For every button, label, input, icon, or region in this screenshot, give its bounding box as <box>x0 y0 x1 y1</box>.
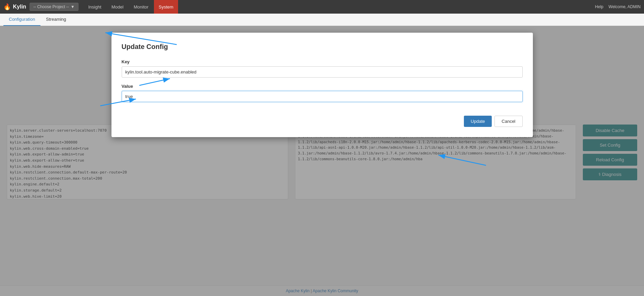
brand: 🔥 Kylin <box>3 3 26 11</box>
flame-icon: 🔥 <box>3 3 11 11</box>
nav-insight[interactable]: Insight <box>84 0 106 14</box>
nav-system[interactable]: System <box>154 0 178 14</box>
tab-configuration[interactable]: Configuration <box>3 14 40 26</box>
update-button[interactable]: Update <box>464 116 492 127</box>
chevron-down-icon: ▼ <box>71 4 75 9</box>
value-form-group: Value <box>122 84 523 102</box>
navbar-right: Help Welcome, ADMIN <box>595 4 641 9</box>
project-dropdown[interactable]: -- Choose Project -- ▼ <box>30 3 79 11</box>
brand-name: Kylin <box>13 4 26 10</box>
nav-model[interactable]: Model <box>107 0 128 14</box>
help-link[interactable]: Help <box>595 4 604 9</box>
tab-streaming[interactable]: Streaming <box>40 14 71 26</box>
nav-links: Insight Model Monitor System <box>84 0 595 14</box>
modal-title: Update Config <box>122 43 523 51</box>
modal-footer: Update Cancel <box>122 112 523 127</box>
value-input[interactable] <box>122 91 523 102</box>
cancel-button[interactable]: Cancel <box>494 116 522 127</box>
value-label: Value <box>122 84 523 89</box>
key-form-group: Key <box>122 59 523 78</box>
navbar: 🔥 Kylin -- Choose Project -- ▼ Insight M… <box>0 0 644 14</box>
sub-tabs: Configuration Streaming <box>0 14 644 26</box>
modal-backdrop: Update Config Key Value Update Cancel <box>0 26 644 296</box>
update-config-modal: Update Config Key Value Update Cancel <box>111 33 533 137</box>
key-label: Key <box>122 59 523 64</box>
main-content: kylin.server.cluster-servers=localhost:7… <box>0 26 644 296</box>
welcome-text: Welcome, ADMIN <box>609 4 641 9</box>
key-input[interactable] <box>122 66 523 78</box>
nav-monitor[interactable]: Monitor <box>129 0 153 14</box>
project-dropdown-label: -- Choose Project -- <box>33 4 69 9</box>
